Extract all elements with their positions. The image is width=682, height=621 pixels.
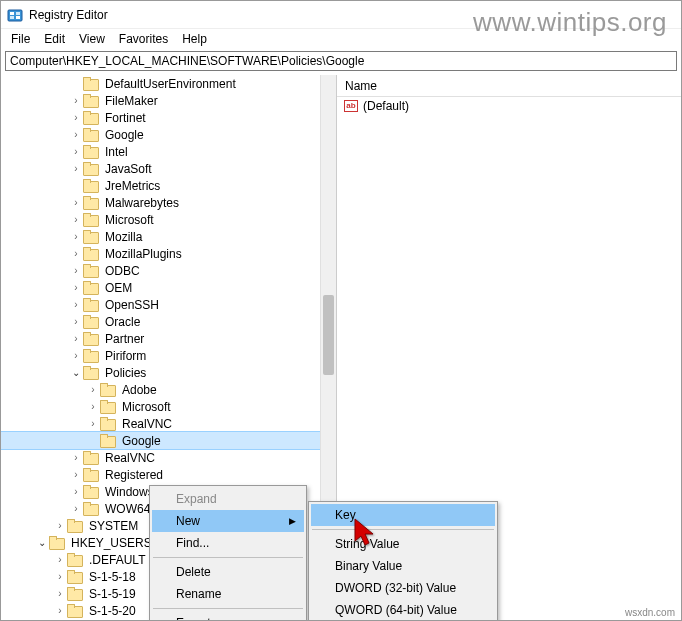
expander-open-icon[interactable]: ⌄ [35,537,49,548]
tree-item[interactable]: ›Mozilla [1,228,336,245]
folder-icon [83,111,99,125]
folder-icon [67,519,83,533]
ctx-export[interactable]: Export [152,612,304,621]
context-submenu-new: Key String Value Binary Value DWORD (32-… [308,501,498,621]
ctx-new[interactable]: New▶ [152,510,304,532]
menu-favorites[interactable]: Favorites [113,30,174,48]
address-text: Computer\HKEY_LOCAL_MACHINE\SOFTWARE\Pol… [10,54,364,68]
tree-item-label: Adobe [120,383,159,397]
list-row-default[interactable]: ab (Default) [337,97,681,114]
expander-closed-icon[interactable]: › [69,299,83,310]
tree-item[interactable]: ›Oracle [1,313,336,330]
tree-item-label: S-1-5-18 [87,570,138,584]
svg-rect-3 [10,16,14,19]
menu-help[interactable]: Help [176,30,213,48]
ctx-new-qword[interactable]: QWORD (64-bit) Value [311,599,495,621]
tree-item-label: Intel [103,145,130,159]
expander-closed-icon[interactable]: › [69,197,83,208]
expander-closed-icon[interactable]: › [86,401,100,412]
ctx-new-key[interactable]: Key [311,504,495,526]
ctx-find[interactable]: Find... [152,532,304,554]
tree-item[interactable]: ›MozillaPlugins [1,245,336,262]
expander-closed-icon[interactable]: › [53,605,67,616]
address-input[interactable]: Computer\HKEY_LOCAL_MACHINE\SOFTWARE\Pol… [5,51,677,71]
folder-icon [67,604,83,618]
expander-closed-icon[interactable]: › [69,248,83,259]
expander-closed-icon[interactable]: › [69,282,83,293]
tree-item[interactable]: ›JavaSoft [1,160,336,177]
tree-item[interactable]: ›Microsoft [1,398,336,415]
tree-item[interactable]: ›Google [1,126,336,143]
column-header-name[interactable]: Name [337,75,681,97]
expander-closed-icon[interactable]: › [53,554,67,565]
menu-view[interactable]: View [73,30,111,48]
expander-closed-icon[interactable]: › [69,316,83,327]
tree-item-label: JreMetrics [103,179,162,193]
tree-item[interactable]: ›Partner [1,330,336,347]
tree-item[interactable]: ›Malwarebytes [1,194,336,211]
tree-item[interactable]: ›OpenSSH [1,296,336,313]
expander-closed-icon[interactable]: › [69,452,83,463]
folder-icon [83,281,99,295]
tree-item[interactable]: ›Microsoft [1,211,336,228]
expander-closed-icon[interactable]: › [69,163,83,174]
tree-item[interactable]: ›FileMaker [1,92,336,109]
tree-item[interactable]: ›ODBC [1,262,336,279]
folder-icon [83,179,99,193]
folder-icon [83,145,99,159]
tree-item[interactable]: ›RealVNC [1,415,336,432]
tree-item[interactable]: Google [1,432,336,449]
tree-item[interactable]: ›Registered [1,466,336,483]
expander-closed-icon[interactable]: › [53,571,67,582]
expander-open-icon[interactable]: ⌄ [69,367,83,378]
expander-closed-icon[interactable]: › [69,486,83,497]
tree-item[interactable]: ›Intel [1,143,336,160]
ctx-new-string[interactable]: String Value [311,533,495,555]
expander-closed-icon[interactable]: › [69,214,83,225]
folder-icon [83,366,99,380]
menu-edit[interactable]: Edit [38,30,71,48]
ctx-new-dword[interactable]: DWORD (32-bit) Value [311,577,495,599]
chevron-right-icon: ▶ [289,516,296,526]
tree-item[interactable]: ›Fortinet [1,109,336,126]
tree-item[interactable]: ›Adobe [1,381,336,398]
folder-icon [83,264,99,278]
folder-icon [83,128,99,142]
expander-closed-icon[interactable]: › [69,503,83,514]
expander-closed-icon[interactable]: › [53,520,67,531]
ctx-new-binary[interactable]: Binary Value [311,555,495,577]
tree-item[interactable]: DefaultUserEnvironment [1,75,336,92]
expander-closed-icon[interactable]: › [69,231,83,242]
expander-closed-icon[interactable]: › [69,350,83,361]
scroll-thumb[interactable] [323,295,334,375]
ctx-rename[interactable]: Rename [152,583,304,605]
tree-item-label: Piriform [103,349,148,363]
string-value-icon: ab [343,98,359,114]
expander-closed-icon[interactable]: › [69,112,83,123]
svg-rect-2 [16,12,20,15]
folder-icon [83,349,99,363]
expander-closed-icon[interactable]: › [69,146,83,157]
ctx-delete[interactable]: Delete [152,561,304,583]
expander-closed-icon[interactable]: › [69,129,83,140]
menu-file[interactable]: File [5,30,36,48]
tree-item[interactable]: ›RealVNC [1,449,336,466]
tree-item[interactable]: JreMetrics [1,177,336,194]
folder-icon [67,570,83,584]
expander-closed-icon[interactable]: › [53,588,67,599]
tree-item[interactable]: ›Piriform [1,347,336,364]
expander-closed-icon[interactable]: › [69,333,83,344]
expander-closed-icon[interactable]: › [69,265,83,276]
tree-item-label: MozillaPlugins [103,247,184,261]
tree-item[interactable]: ›OEM [1,279,336,296]
tree-item-label: Windows [103,485,156,499]
expander-closed-icon[interactable]: › [69,95,83,106]
tree-item[interactable]: ⌄Policies [1,364,336,381]
folder-icon [100,417,116,431]
expander-closed-icon[interactable]: › [86,384,100,395]
folder-icon [83,94,99,108]
ctx-expand[interactable]: Expand [152,488,304,510]
expander-closed-icon[interactable]: › [69,469,83,480]
expander-none [69,78,83,89]
expander-closed-icon[interactable]: › [86,418,100,429]
